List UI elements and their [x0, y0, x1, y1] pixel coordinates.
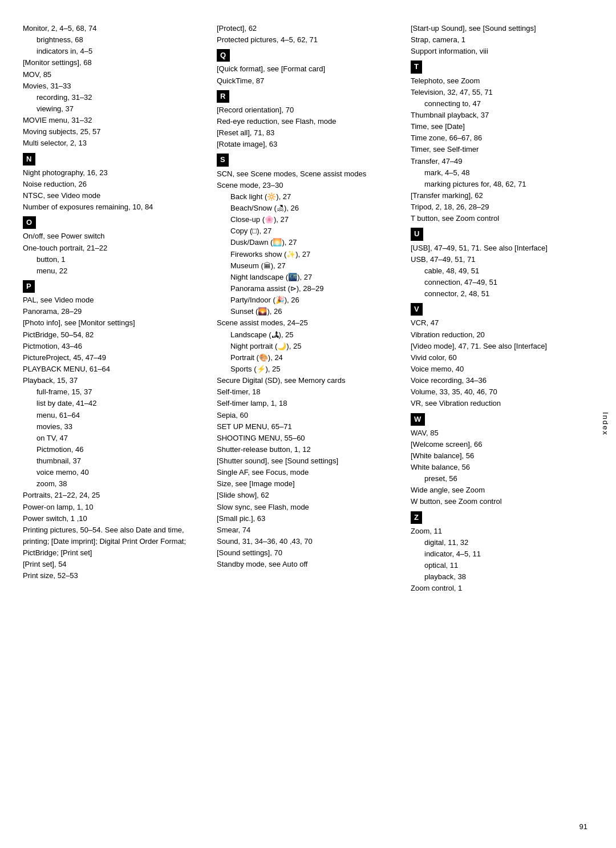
index-entry: Number of exposures remaining, 10, 84 — [23, 201, 205, 213]
section-header-v: V — [411, 303, 423, 316]
index-entry: On/off, see Power switch — [23, 231, 205, 242]
page-number: 91 — [579, 822, 587, 831]
entry-text: Museum (🏛), 27 — [217, 260, 399, 272]
entry-text: SET UP MENU, 65–71 — [217, 421, 399, 433]
entry-text: Timer, see Self-timer — [411, 144, 593, 155]
index-entry: W button, see Zoom control — [411, 496, 593, 507]
index-entry: Panorama assist (⊳), 28–29 — [217, 283, 399, 294]
index-entry: Protected pictures, 4–5, 62, 71 — [217, 34, 399, 46]
index-entry: Volume, 33, 35, 40, 46, 70 — [411, 386, 593, 398]
index-entry: Sound, 31, 34–36, 40 ,43, 70 — [217, 536, 399, 547]
entry-text: Zoom, 11 — [411, 526, 593, 537]
index-entry: [Quick format], see [Format card] — [217, 63, 399, 75]
entry-text: Portraits, 21–22, 24, 25 — [23, 490, 205, 501]
index-entry: Party/Indoor (🎉), 26 — [217, 294, 399, 306]
entry-text: preset, 56 — [411, 473, 593, 484]
section-header-z: Z — [411, 511, 422, 524]
entry-text: menu, 22 — [23, 265, 205, 277]
index-entry: Sunset (🌄), 26 — [217, 306, 399, 317]
entry-text: PLAYBACK MENU, 61–64 — [23, 364, 205, 375]
entry-text: USB, 47–49, 51, 71 — [411, 254, 593, 265]
entry-text: Zoom control, 1 — [411, 583, 593, 594]
entry-text: [Quick format], see [Format card] — [217, 63, 399, 75]
index-entry: MOV, 85 — [23, 69, 205, 80]
index-entry: connector, 2, 48, 51 — [411, 288, 593, 300]
entry-text: Time, see [Date] — [411, 121, 593, 132]
index-entry: Landscape (🏞), 25 — [217, 329, 399, 341]
entry-text: Party/Indoor (🎉), 26 — [217, 294, 399, 306]
entry-text: [Video mode], 47, 71. See also [Interfac… — [411, 341, 593, 352]
entry-text: Number of exposures remaining, 10, 84 — [23, 201, 205, 213]
index-entry: [Print set], 54 — [23, 559, 205, 570]
index-entry: Standby mode, see Auto off — [217, 559, 399, 570]
entry-text: Night portrait (🌙), 25 — [217, 341, 399, 352]
index-entry: Time, see [Date] — [411, 121, 593, 132]
index-entry: Support information, viii — [411, 46, 593, 57]
index-entry: Beach/Snow (🏖), 26 — [217, 203, 399, 214]
entry-text: W button, see Zoom control — [411, 496, 593, 507]
index-entry: Power switch, 1 ,10 — [23, 513, 205, 524]
index-entry: QuickTime, 87 — [217, 75, 399, 87]
entry-text: Single AF, see Focus, mode — [217, 467, 399, 478]
entry-text: button, 1 — [23, 254, 205, 265]
entry-text: MOV, 85 — [23, 69, 205, 80]
index-entry: SET UP MENU, 65–71 — [217, 421, 399, 433]
entry-text: [Slide show], 62 — [217, 490, 399, 501]
index-entry: Copy (□), 27 — [217, 225, 399, 237]
index-entry: Fireworks show (✨), 27 — [217, 249, 399, 260]
index-entry: VR, see Vibration reduction — [411, 398, 593, 409]
entry-text: [Welcome screen], 66 — [411, 439, 593, 450]
entry-text: Slow sync, see Flash, mode — [217, 502, 399, 513]
index-entry: PictBridge, 50–54, 82 — [23, 329, 205, 341]
index-entry: Time zone, 66–67, 86 — [411, 132, 593, 144]
entry-text: PAL, see Video mode — [23, 294, 205, 306]
index-entry: Timer, see Self-timer — [411, 144, 593, 155]
index-entry: NTSC, see Video mode — [23, 190, 205, 201]
entry-text: optical, 11 — [411, 560, 593, 571]
index-entry: brightness, 68 — [23, 34, 205, 46]
index-entry: Pictmotion, 46 — [23, 444, 205, 455]
entry-text: Monitor, 2, 4–5, 68, 74 — [23, 23, 205, 34]
index-entry: Slow sync, see Flash, mode — [217, 502, 399, 513]
column-3: [Start-up Sound], see [Sound settings]St… — [411, 23, 593, 595]
index-entry: Tripod, 2, 18, 26, 28–29 — [411, 201, 593, 213]
entry-text: [Reset all], 71, 83 — [217, 127, 399, 139]
index-entry: Playback, 15, 37 — [23, 375, 205, 386]
index-entry: movies, 33 — [23, 421, 205, 433]
index-entry: [Start-up Sound], see [Sound settings] — [411, 23, 593, 34]
entry-text: Time zone, 66–67, 86 — [411, 132, 593, 144]
entry-text: [Sound settings], 70 — [217, 547, 399, 559]
index-entry: Vibration reduction, 20 — [411, 329, 593, 341]
entry-text: Protected pictures, 4–5, 62, 71 — [217, 34, 399, 46]
entry-text: [Photo info], see [Monitor settings] — [23, 317, 205, 329]
index-entry: [USB], 47–49, 51, 71. See also [Interfac… — [411, 243, 593, 254]
entry-text: digital, 11, 32 — [411, 537, 593, 548]
entry-text: Self-timer lamp, 1, 18 — [217, 398, 399, 409]
entry-text: Panorama, 28–29 — [23, 306, 205, 317]
column-2: [Protect], 62Protected pictures, 4–5, 62… — [217, 23, 411, 595]
entry-text: full-frame, 15, 37 — [23, 386, 205, 398]
index-entry: White balance, 56 — [411, 462, 593, 473]
index-entry: Sepia, 60 — [217, 410, 399, 421]
entry-text: Television, 32, 47, 55, 71 — [411, 87, 593, 98]
entry-text: Close-up (🌸), 27 — [217, 214, 399, 225]
entry-text: Panorama assist (⊳), 28–29 — [217, 283, 399, 294]
index-entry: SCN, see Scene modes, Scene assist modes — [217, 168, 399, 180]
index-entry: full-frame, 15, 37 — [23, 386, 205, 398]
index-entry: Telephoto, see Zoom — [411, 75, 593, 87]
index-entry: WAV, 85 — [411, 427, 593, 439]
entry-text: Fireworks show (✨), 27 — [217, 249, 399, 260]
index-entry: Sports (⚡), 25 — [217, 364, 399, 375]
index-entry: optical, 11 — [411, 560, 593, 571]
entry-text: White balance, 56 — [411, 462, 593, 473]
index-entry: Zoom, 11 — [411, 526, 593, 537]
index-entry: Back light (🔆), 27 — [217, 191, 399, 203]
entry-text: VCR, 47 — [411, 317, 593, 329]
entry-text: Night photography, 16, 23 — [23, 167, 205, 179]
entry-text: Sports (⚡), 25 — [217, 364, 399, 375]
entry-text: T button, see Zoom control — [411, 213, 593, 224]
entry-text: Transfer, 47–49 — [411, 156, 593, 167]
entry-text: WAV, 85 — [411, 427, 593, 439]
entry-text: Movies, 31–33 — [23, 80, 205, 92]
index-entry: [Slide show], 62 — [217, 490, 399, 501]
